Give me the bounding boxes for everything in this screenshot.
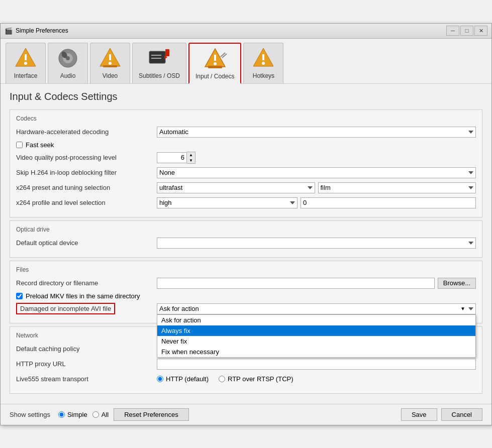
quality-row: Video quality post-processing level ▲ ▼ [16,152,476,164]
optical-device-row: Default optical device [16,237,476,249]
quality-spinner-buttons: ▲ ▼ [187,152,195,164]
optical-device-label: Default optical device [16,239,157,247]
record-browse-row: Browse... [157,278,476,289]
files-section: Files Record directory or filename Brows… [10,261,482,323]
live555-rtp-item: RTP over RTSP (TCP) [219,375,293,383]
live555-http-radio[interactable] [157,376,163,382]
x264-profile-select-group: high baseline main [157,197,476,208]
optical-device-select[interactable] [157,238,476,249]
http-proxy-row: HTTP proxy URL [16,358,476,370]
x264-profile-row: x264 profile and level selection high ba… [16,197,476,209]
live555-control: HTTP (default) RTP over RTSP (TCP) [157,375,476,383]
tab-input-label: Input / Codecs [195,73,234,80]
tab-hotkeys[interactable]: Hotkeys [243,43,283,83]
avi-dropdown-container: Ask for action ▼ Ask for action Always f… [157,303,476,314]
http-proxy-label: HTTP proxy URL [16,360,157,368]
tab-subtitles-icon [147,46,171,70]
svg-rect-19 [208,66,222,68]
fast-seek-checkbox[interactable] [16,142,23,148]
hardware-control: Automatic None Any [157,127,476,138]
x264-tuning-select[interactable]: film animation grain [318,182,476,193]
maximize-button[interactable]: □ [460,26,473,36]
skip-h264-select[interactable]: None All Non-ref [157,167,476,178]
x264-preset-control: ultrafast superfast fast medium film ani… [157,182,476,193]
tab-video[interactable]: Video [90,43,130,83]
record-input[interactable] [157,278,435,289]
tab-input-icon [203,47,227,71]
avi-label: Damaged or incomplete AVI file [16,303,157,314]
main-content: Input & Codecs Settings Codecs Hardware-… [1,84,491,404]
save-button[interactable]: Save [401,408,437,421]
caching-label: Default caching policy [16,345,157,353]
live555-radio-group: HTTP (default) RTP over RTSP (TCP) [157,375,476,383]
simple-radio-item: Simple [58,411,87,418]
show-settings-label: Show settings [10,411,50,418]
quality-input[interactable] [157,152,187,163]
files-section-label: Files [16,266,476,273]
title-bar-left: 🎬 Simple Preferences [5,27,68,35]
browse-button[interactable]: Browse... [438,278,476,289]
avi-dropdown-arrow-icon: ▼ [460,306,465,311]
simple-label: Simple [67,411,87,418]
avi-dropdown-value: Ask for action [159,305,199,312]
http-proxy-control [157,359,476,370]
record-control: Browse... [157,278,476,289]
close-button[interactable]: ✕ [474,26,487,36]
live555-rtp-radio[interactable] [219,376,225,382]
all-radio-item: All [92,411,109,418]
avi-option-always[interactable]: Always fix [157,325,475,336]
live555-http-item: HTTP (default) [157,375,209,383]
nav-tabs: Interface Audio [1,39,491,84]
quality-spinner: ▲ ▼ [157,152,476,164]
tab-input[interactable]: Input / Codecs [188,43,241,84]
tab-subtitles[interactable]: Subtitles / OSD [132,43,186,83]
live555-http-label: HTTP (default) [166,375,209,383]
x264-preset-label: x264 preset and tuning selection [16,184,157,191]
x264-profile-control: high baseline main [157,197,476,208]
x264-preset-double: ultrafast superfast fast medium film ani… [157,182,476,193]
optical-section: Optical drive Default optical device [10,220,482,258]
quality-control: ▲ ▼ [157,152,476,164]
x264-level-input[interactable] [301,197,476,208]
svg-point-8 [109,62,112,65]
avi-option-ask[interactable]: Ask for action [157,315,475,325]
hardware-select[interactable]: Automatic None Any [157,127,476,138]
svg-point-17 [214,62,217,65]
optical-device-control [157,238,476,249]
svg-rect-11 [149,51,165,63]
preload-mkv-checkbox[interactable] [16,293,23,299]
tab-audio-icon [56,46,80,70]
svg-point-1 [24,62,27,65]
simple-radio[interactable] [58,411,65,418]
codecs-section-label: Codecs [16,115,476,122]
all-radio[interactable] [92,411,99,418]
skip-h264-label: Skip H.264 in-loop deblocking filter [16,169,157,176]
all-label: All [102,411,109,418]
http-proxy-input[interactable] [157,359,476,370]
tab-audio[interactable]: Audio [48,43,88,83]
tab-video-icon [98,46,122,70]
quality-down-button[interactable]: ▼ [187,158,195,163]
quality-up-button[interactable]: ▲ [187,152,195,158]
x264-preset-select[interactable]: ultrafast superfast fast medium [157,182,315,193]
minimize-button[interactable]: ─ [446,26,459,36]
tab-video-label: Video [103,72,118,79]
fast-seek-label: Fast seek [26,141,54,149]
tab-interface-label: Interface [14,72,38,79]
svg-rect-10 [103,65,117,67]
tab-interface[interactable]: Interface [6,43,46,83]
avi-dropdown-button[interactable]: Ask for action ▼ [157,303,476,314]
svg-rect-2 [25,54,27,60]
svg-rect-18 [214,55,216,61]
reset-preferences-button[interactable]: Reset Preferences [114,408,189,421]
tab-subtitles-label: Subtitles / OSD [139,72,180,79]
app-icon: 🎬 [5,27,13,35]
avi-option-never[interactable]: Never fix [157,336,475,347]
svg-rect-9 [109,54,111,60]
preload-mkv-label: Preload MKV files in the same directory [26,292,140,300]
bottom-right-buttons: Save Cancel [401,408,482,421]
cancel-button[interactable]: Cancel [441,408,482,421]
hardware-row: Hardware-accelerated decoding Automatic … [16,126,476,138]
avi-option-when-necessary[interactable]: Fix when necessary [157,347,475,357]
x264-profile-select[interactable]: high baseline main [157,197,298,208]
